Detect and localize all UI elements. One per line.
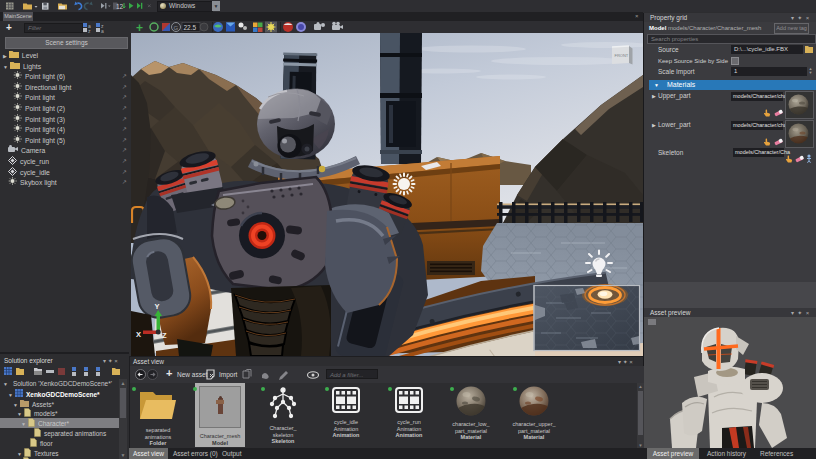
svg-text:22.5: 22.5	[184, 24, 197, 31]
svg-text:Y: Y	[155, 302, 160, 311]
svg-text:a: a	[101, 28, 104, 33]
svg-text:+: +	[136, 21, 143, 33]
svg-text:FRONT: FRONT	[615, 53, 629, 58]
svg-text:X: X	[136, 330, 141, 339]
svg-text:Z: Z	[162, 331, 167, 340]
svg-text:12: 12	[116, 3, 124, 10]
svg-text:G: G	[174, 25, 179, 31]
